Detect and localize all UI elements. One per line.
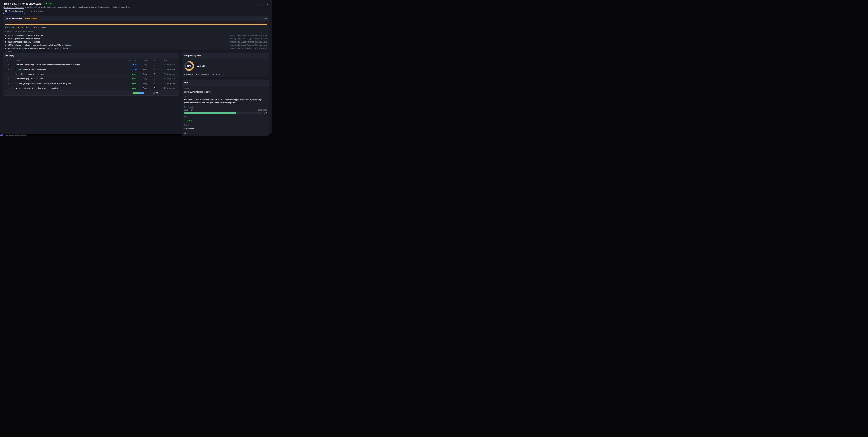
status-dot-icon	[130, 69, 131, 70]
task-epic: AI Intelligence ...	[163, 76, 179, 81]
status-text: Done	[132, 78, 136, 80]
col-status: STATUS	[128, 59, 142, 62]
task-title: Conflict detection dashboard widget	[15, 67, 128, 72]
readiness-bar-fill	[5, 24, 267, 25]
readiness-legend: 0 Ready6 Needs Info0 Not Ready	[5, 26, 267, 28]
activity-icon	[30, 10, 32, 12]
chevron-right-icon[interactable]	[255, 3, 258, 5]
sprint-readiness-title: Sprint Readiness	[5, 17, 22, 20]
attention-story-item[interactable]: #102 Knowledge graph visualization — int…	[5, 47, 267, 50]
legend-dot-icon	[184, 74, 185, 75]
task-type: Story	[142, 67, 153, 72]
sprint-readiness-panel: Sprint Readiness Needs Info 62% 6 storie…	[3, 15, 270, 50]
legend-label: 0 Ready	[7, 26, 14, 28]
col-sp: SP	[153, 59, 163, 62]
page-title: Sprint 15: AI Intelligence Layer	[3, 2, 42, 5]
task-status: To Do	[128, 62, 142, 67]
legend-label: 0 Not Ready	[36, 26, 46, 28]
screen: ravi.yadav4u@gmail.com Sprint 15: AI Int…	[0, 0, 272, 136]
task-row[interactable]: VP-101AI quality score per work sessionD…	[3, 72, 179, 76]
epics-value: 1 assigned	[184, 127, 267, 130]
total-sp: 37 SP	[153, 92, 158, 94]
needs-info-dot-icon	[5, 38, 6, 39]
task-type: Story	[142, 72, 153, 76]
stories-value: 6 total	[184, 135, 267, 136]
status-dot-icon	[130, 64, 131, 65]
task-row[interactable]: VP-100Conflict detection dashboard widge…	[3, 67, 179, 72]
col-id: ID	[3, 59, 15, 62]
status-badge: Done	[129, 82, 138, 85]
task-epic: AI Intelligence ...	[163, 72, 179, 76]
legend-label: Done (4)	[186, 73, 193, 75]
task-title: Knowledge graph visualization — interact…	[15, 81, 128, 86]
task-type: Story	[142, 76, 153, 81]
info-status-value: Active	[187, 120, 192, 122]
task-title: Knowledge graph MCP resource	[15, 76, 128, 81]
legend-swatch-icon	[34, 27, 35, 28]
tab-activity-log[interactable]: Activity Log	[28, 9, 46, 14]
name-label: Name	[184, 88, 267, 90]
col-task: TASK	[15, 59, 128, 62]
timeline-percent: 67%	[264, 112, 267, 114]
more-options-icon[interactable]	[261, 3, 264, 5]
task-type: Story	[142, 86, 153, 91]
task-status: Done	[128, 86, 142, 91]
task-type: Story	[142, 62, 153, 67]
tab-sprint-overview[interactable]: Sprint Overview	[3, 8, 25, 14]
readiness-legend-item: 0 Not Ready	[34, 26, 46, 28]
tasks-table: ID TASK STATUS TYPE SP EPIC VP-99Decisio…	[3, 59, 179, 91]
task-epic: AI Intelligence ...	[163, 67, 179, 72]
task-status: Done	[128, 81, 142, 86]
timeline-bar-fill	[184, 113, 236, 114]
chevron-left-icon[interactable]	[250, 3, 252, 5]
list-checks-icon	[5, 10, 7, 12]
progress-legend-item: Done (4)	[184, 73, 193, 75]
col-type: TYPE	[142, 59, 153, 62]
status-badge: Done	[129, 87, 138, 90]
attention-story-item[interactable]: #101 AI quality score per work sessionmi…	[5, 37, 267, 40]
attention-story-item[interactable]: #99 Decision embeddings — store and comp…	[5, 43, 267, 47]
donut-center-label: 65%	[184, 61, 194, 71]
task-epic: AI Intelligence ...	[163, 86, 179, 91]
info-collapse-icon[interactable]	[265, 82, 267, 84]
task-status: Done	[128, 76, 142, 81]
task-row[interactable]: VP-104Knowledge graph MCP resourceDoneSt…	[3, 76, 179, 81]
status-text: Done	[132, 83, 136, 84]
attention-story-item[interactable]: #104 Knowledge graph MCP resourcemissing…	[5, 40, 267, 43]
story-title: #104 Knowledge graph MCP resource	[8, 41, 230, 43]
close-icon[interactable]	[266, 3, 269, 5]
tasks-panel: Tasks (6) ID TASK STATUS TYPE SP EPIC	[3, 53, 179, 96]
progress-panel-header: Progress By SPs	[182, 53, 269, 59]
sp-bar-segment-done	[133, 92, 140, 94]
progress-collapse-icon[interactable]	[265, 55, 267, 57]
show-more-link[interactable]: +1 more	[5, 51, 267, 53]
progress-legend-item: In Progress (0)	[196, 73, 210, 75]
readiness-legend-item: 6 Needs Info	[18, 26, 30, 28]
tasks-panel-header: Tasks (6)	[3, 53, 179, 59]
status-dot-icon	[130, 79, 131, 79]
sprint-status-badge: Active	[44, 2, 54, 5]
progress-panel: Progress By SPs 65%	[182, 53, 270, 77]
attention-story-item[interactable]: #100 Conflict detection dashboard widget…	[5, 34, 267, 37]
task-row[interactable]: VP-102Knowledge graph visualization — in…	[3, 81, 179, 86]
needs-info-dot-icon	[5, 35, 6, 36]
tasks-collapse-icon[interactable]	[175, 55, 177, 57]
tab-activity-log-label: Activity Log	[33, 10, 43, 12]
task-sp: 8	[153, 81, 163, 86]
legend-label: 6 Needs Info	[20, 26, 30, 28]
info-status-badge: Active	[184, 119, 193, 122]
story-title: #99 Decision embeddings — store and comp…	[8, 44, 230, 46]
status-dot-icon	[46, 3, 47, 4]
task-epic: AI Intelligence ...	[163, 62, 179, 67]
status-text: To Do	[132, 68, 136, 70]
task-id: VP-103	[3, 86, 15, 91]
progress-donut-chart: 65%	[184, 61, 194, 71]
task-row[interactable]: VP-103Auto-retrospective generation on s…	[3, 86, 179, 91]
missing-fields-label: missing Edge Cases, Assignee, Technical …	[230, 44, 267, 46]
task-row[interactable]: VP-99Decision embeddings — store and com…	[3, 62, 179, 67]
attention-heading: STORIES NEEDING ATTENTION	[5, 31, 267, 33]
tab-sprint-overview-label: Sprint Overview	[9, 10, 23, 12]
progress-legend: Done (4)In Progress (0)To Do (2)	[184, 73, 267, 75]
modal-header: Sprint 15: AI Intelligence Layer Active …	[3, 2, 269, 8]
user-avatar[interactable]	[0, 134, 3, 136]
